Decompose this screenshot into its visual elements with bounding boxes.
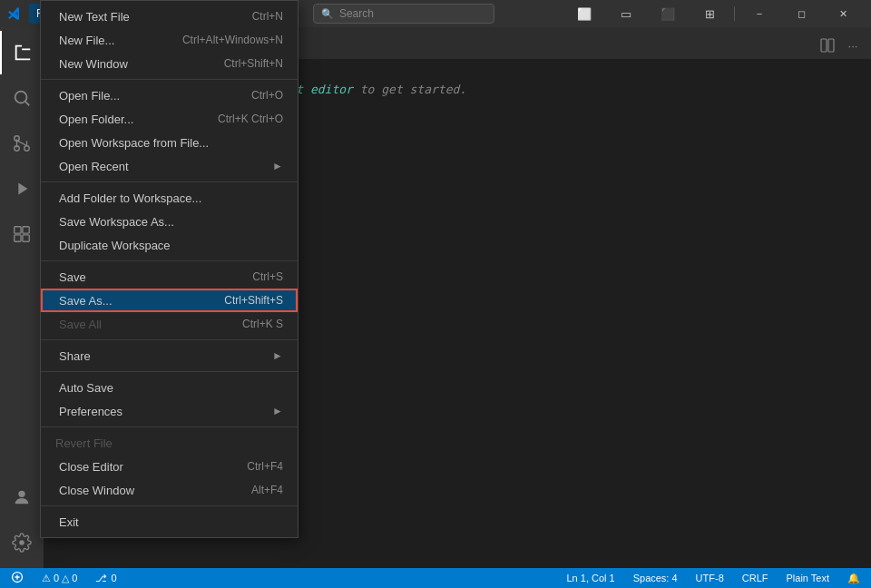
activity-bar [0, 27, 44, 568]
split-editor-button[interactable] [817, 34, 838, 56]
menu-exit[interactable]: Exit [41, 510, 298, 534]
separator-3 [41, 260, 298, 261]
svg-rect-3 [23, 227, 29, 233]
svg-rect-2 [15, 227, 21, 233]
menu-open-recent[interactable]: Open Recent ► [41, 154, 298, 178]
app-logo [7, 6, 22, 21]
svg-rect-5 [23, 235, 29, 241]
separator-5 [41, 371, 298, 372]
svg-rect-4 [15, 235, 21, 241]
activity-extensions[interactable] [0, 212, 44, 256]
svg-point-0 [15, 92, 27, 103]
menu-close-window[interactable]: Close Window Alt+F4 [41, 478, 298, 502]
activity-source-control[interactable] [0, 122, 44, 165]
activity-bar-bottom [0, 475, 44, 568]
eol-indicator[interactable]: CRLF [739, 568, 772, 588]
branch-icon: ⎇ [95, 573, 107, 584]
svg-point-6 [18, 491, 24, 497]
sidebar-layout-button[interactable]: ▭ [605, 0, 647, 27]
menu-close-editor[interactable]: Close Editor Ctrl+F4 [41, 455, 298, 478]
bell-icon: 🔔 [847, 573, 860, 584]
menu-add-folder[interactable]: Add Folder to Workspace... [41, 186, 298, 210]
ln-col-text: Ln 1, Col 1 [566, 573, 614, 583]
menu-duplicate-workspace[interactable]: Duplicate Workspace [41, 233, 298, 257]
activity-explorer[interactable] [0, 31, 44, 74]
search-bar[interactable]: 🔍 Search [313, 4, 494, 24]
minimize-button[interactable]: − [739, 0, 780, 27]
menu-new-file[interactable]: New File... Ctrl+Alt+Windows+N [41, 28, 298, 52]
menu-revert-section: Revert File [41, 431, 298, 455]
spaces-indicator[interactable]: Spaces: 4 [630, 568, 681, 588]
menu-new-text-file[interactable]: New Text File Ctrl+N [41, 5, 298, 28]
source-control-status[interactable]: ⎇ 0 [92, 568, 120, 588]
menu-open-workspace[interactable]: Open Workspace from File... [41, 131, 298, 154]
branch-count: 0 [111, 573, 116, 583]
separator-2 [41, 181, 298, 182]
status-bar: ⚠ 0 △ 0 ⎇ 0 Ln 1, Col 1 Spaces: 4 UTF-8 … [0, 568, 871, 588]
window-controls: ⬜ ▭ ⬛ ⊞ − ◻ ✕ [563, 0, 864, 27]
language-text: Plain Text [787, 573, 830, 583]
restore-button[interactable]: ◻ [780, 0, 822, 27]
encoding-indicator[interactable]: UTF-8 [692, 568, 728, 588]
more-actions-button[interactable]: ··· [842, 34, 864, 56]
menu-auto-save[interactable]: Auto Save [41, 376, 298, 399]
activity-run[interactable] [0, 167, 44, 211]
activity-settings[interactable] [0, 521, 44, 564]
menu-save-workspace-as[interactable]: Save Workspace As... [41, 210, 298, 233]
separator-7 [41, 505, 298, 506]
svg-line-1 [25, 102, 29, 105]
separator-4 [41, 339, 298, 340]
menu-share[interactable]: Share ► [41, 344, 298, 368]
spaces-text: Spaces: 4 [633, 573, 678, 583]
language-indicator[interactable]: Plain Text [783, 568, 834, 588]
menu-save[interactable]: Save Ctrl+S [41, 265, 298, 289]
encoding-text: UTF-8 [696, 573, 724, 583]
menu-save-all: Save All Ctrl+K S [41, 312, 298, 336]
menu-preferences[interactable]: Preferences ► [41, 399, 298, 423]
separator-6 [41, 426, 298, 427]
menu-open-folder[interactable]: Open Folder... Ctrl+K Ctrl+O [41, 107, 298, 131]
split-layout-button[interactable]: ⬛ [647, 0, 689, 27]
svg-rect-7 [821, 39, 827, 52]
errors-warnings[interactable]: ⚠ 0 △ 0 [38, 568, 81, 588]
status-bar-left: ⚠ 0 △ 0 ⎇ 0 [7, 568, 121, 588]
menu-open-file[interactable]: Open File... Ctrl+O [41, 83, 298, 107]
grid-layout-button[interactable]: ⊞ [689, 0, 730, 27]
remote-status[interactable] [7, 568, 27, 588]
search-icon: 🔍 [321, 8, 334, 20]
eol-text: CRLF [742, 573, 768, 583]
cursor-position[interactable]: Ln 1, Col 1 [563, 568, 618, 588]
separator-1 [41, 79, 298, 80]
editor-actions: ··· [817, 34, 864, 56]
error-count: ⚠ 0 △ 0 [42, 573, 77, 584]
svg-rect-8 [828, 39, 834, 52]
search-placeholder: Search [339, 7, 374, 20]
notifications-button[interactable]: 🔔 [844, 568, 864, 588]
close-button[interactable]: ✕ [822, 0, 864, 27]
remote-icon [11, 571, 24, 585]
panel-layout-button[interactable]: ⬜ [563, 0, 605, 27]
activity-accounts[interactable] [0, 475, 44, 519]
file-menu-dropdown: New Text File Ctrl+N New File... Ctrl+Al… [40, 0, 298, 538]
menu-save-as[interactable]: Save As... Ctrl+Shift+S [41, 289, 298, 312]
menu-new-window[interactable]: New Window Ctrl+Shift+N [41, 52, 298, 75]
activity-search[interactable] [0, 76, 44, 120]
status-bar-right: Ln 1, Col 1 Spaces: 4 UTF-8 CRLF Plain T… [563, 568, 864, 588]
